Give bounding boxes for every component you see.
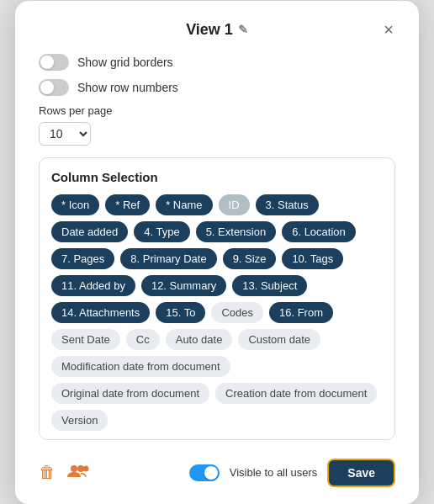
grid-borders-toggle[interactable]: [39, 54, 69, 71]
modal-footer: 🗑 Visible to all users Save: [39, 455, 395, 487]
view-settings-modal: View 1 ✎ × Show grid borders Show row nu…: [15, 1, 419, 504]
modal-header: View 1 ✎ ×: [39, 21, 395, 39]
modal-title: View 1 ✎: [186, 21, 248, 39]
svg-point-0: [71, 465, 77, 472]
column-tag[interactable]: 5. Extension: [196, 221, 277, 242]
column-tag[interactable]: 7. Pages: [51, 248, 114, 269]
column-selection-title: Column Selection: [51, 170, 383, 184]
row-numbers-row: Show row numbers: [39, 79, 395, 96]
column-tag[interactable]: Codes: [211, 302, 263, 323]
column-tag[interactable]: 6. Location: [282, 221, 356, 242]
column-tag[interactable]: 9. Size: [223, 248, 277, 269]
column-tag[interactable]: 8. Primary Date: [120, 248, 216, 269]
row-numbers-toggle[interactable]: [39, 79, 69, 96]
column-tag[interactable]: 12. Summary: [141, 275, 226, 296]
column-tag[interactable]: 16. From: [269, 302, 333, 323]
title-text: View 1: [186, 21, 233, 39]
rows-per-page-label: Rows per page: [39, 104, 395, 117]
column-tag[interactable]: Sent Date: [51, 329, 120, 350]
column-tag[interactable]: Date added: [51, 221, 128, 242]
close-button[interactable]: ×: [382, 21, 395, 38]
tags-area: * Icon* Ref* NameID3. StatusDate added4.…: [51, 194, 383, 431]
column-tag[interactable]: * Icon: [51, 194, 99, 215]
group-icon[interactable]: [66, 462, 89, 484]
rows-per-page-select[interactable]: 10 25 50 100: [39, 122, 91, 146]
column-selection-section: Column Selection * Icon* Ref* NameID3. S…: [39, 157, 395, 440]
toggle-knob-2: [40, 81, 54, 94]
column-tag[interactable]: * Name: [156, 194, 212, 215]
column-tag[interactable]: * Ref: [105, 194, 150, 215]
column-tag[interactable]: Modification date from document: [51, 356, 230, 377]
visible-toggle[interactable]: [189, 464, 220, 481]
save-button[interactable]: Save: [327, 459, 395, 487]
column-tag[interactable]: Version: [51, 410, 108, 431]
column-tag[interactable]: 13. Subject: [232, 275, 307, 296]
grid-borders-label: Show grid borders: [77, 56, 173, 69]
column-tag[interactable]: 15. To: [156, 302, 205, 323]
column-tag[interactable]: 14. Attachments: [51, 302, 150, 323]
column-tag[interactable]: 4. Type: [134, 221, 189, 242]
column-tag[interactable]: ID: [219, 194, 250, 215]
svg-point-2: [83, 465, 89, 471]
column-tag[interactable]: Custom date: [238, 329, 320, 350]
edit-title-icon[interactable]: ✎: [238, 23, 248, 36]
column-tag[interactable]: 10. Tags: [282, 248, 343, 269]
footer-right: Visible to all users Save: [189, 459, 395, 487]
column-tag[interactable]: Creation date from document: [215, 383, 377, 404]
column-tag[interactable]: Auto date: [166, 329, 233, 350]
toggle-knob: [40, 56, 54, 69]
delete-icon[interactable]: 🗑: [39, 463, 56, 482]
visible-label: Visible to all users: [230, 466, 318, 479]
column-tag[interactable]: 3. Status: [256, 194, 319, 215]
row-numbers-label: Show row numbers: [77, 81, 178, 94]
visible-toggle-knob: [204, 466, 218, 480]
column-tag[interactable]: Cc: [126, 329, 160, 350]
column-tag[interactable]: 11. Added by: [51, 275, 135, 296]
grid-borders-row: Show grid borders: [39, 54, 395, 71]
footer-left: 🗑: [39, 462, 89, 484]
column-tag[interactable]: Original date from document: [51, 383, 209, 404]
